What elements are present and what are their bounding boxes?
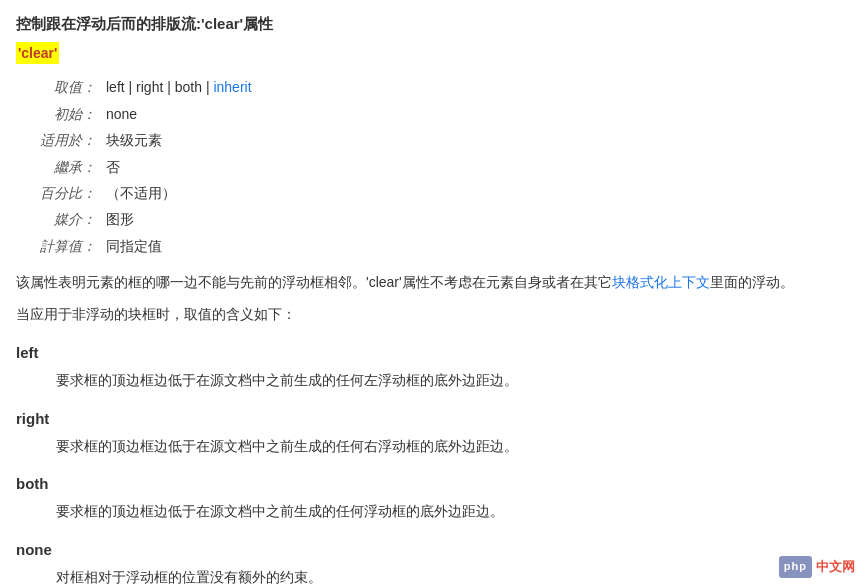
prop-row: 百分比：（不适用） — [36, 180, 260, 206]
section-desc: 要求框的顶边框边低于在源文档中之前生成的任何左浮动框的底外边距边。 — [56, 369, 849, 393]
section-desc: 要求框的顶边框边低于在源文档中之前生成的任何右浮动框的底外边距边。 — [56, 435, 849, 459]
block-format-link[interactable]: 块格式化上下文 — [612, 274, 710, 290]
prop-value: 同指定值 — [106, 233, 260, 259]
logo-area: php 中文网 — [779, 556, 855, 578]
section-desc: 要求框的顶边框边低于在源文档中之前生成的任何浮动框的底外边距边。 — [56, 500, 849, 524]
prop-value: 图形 — [106, 206, 260, 232]
prop-label: 适用於： — [36, 127, 106, 153]
prop-value: 块级元素 — [106, 127, 260, 153]
prop-label: 繼承： — [36, 154, 106, 180]
section-title: both — [16, 472, 849, 496]
php-logo: php — [779, 556, 812, 578]
prop-label: 計算值： — [36, 233, 106, 259]
prop-value: （不适用） — [106, 180, 260, 206]
prop-row: 媒介：图形 — [36, 206, 260, 232]
cn-logo: 中文网 — [816, 557, 855, 578]
prop-row: 取值：left | right | both | inherit — [36, 74, 260, 100]
prop-value: left | right | both | inherit — [106, 74, 260, 100]
section-title: left — [16, 341, 849, 365]
section-desc: 对框相对于浮动框的位置没有额外的约束。 — [56, 566, 849, 588]
prop-row: 适用於：块级元素 — [36, 127, 260, 153]
prop-label: 初始： — [36, 101, 106, 127]
description-1: 该属性表明元素的框的哪一边不能与先前的浮动框相邻。'clear'属性不考虑在元素… — [16, 271, 849, 295]
properties-table: 取值：left | right | both | inherit初始：none适… — [36, 74, 260, 259]
section-title: none — [16, 538, 849, 562]
clear-badge: 'clear' — [16, 42, 59, 64]
prop-row: 初始：none — [36, 101, 260, 127]
prop-label: 百分比： — [36, 180, 106, 206]
prop-row: 計算值：同指定值 — [36, 233, 260, 259]
prop-row: 繼承：否 — [36, 154, 260, 180]
description-2: 当应用于非浮动的块框时，取值的含义如下： — [16, 303, 849, 327]
inherit-link[interactable]: inherit — [213, 79, 251, 95]
prop-value: none — [106, 101, 260, 127]
prop-value: 否 — [106, 154, 260, 180]
section-title: right — [16, 407, 849, 431]
sections-container: left要求框的顶边框边低于在源文档中之前生成的任何左浮动框的底外边距边。rig… — [16, 341, 849, 588]
page-title: 控制跟在浮动后而的排版流:'clear'属性 — [16, 12, 849, 36]
prop-label: 取值： — [36, 74, 106, 100]
prop-label: 媒介： — [36, 206, 106, 232]
